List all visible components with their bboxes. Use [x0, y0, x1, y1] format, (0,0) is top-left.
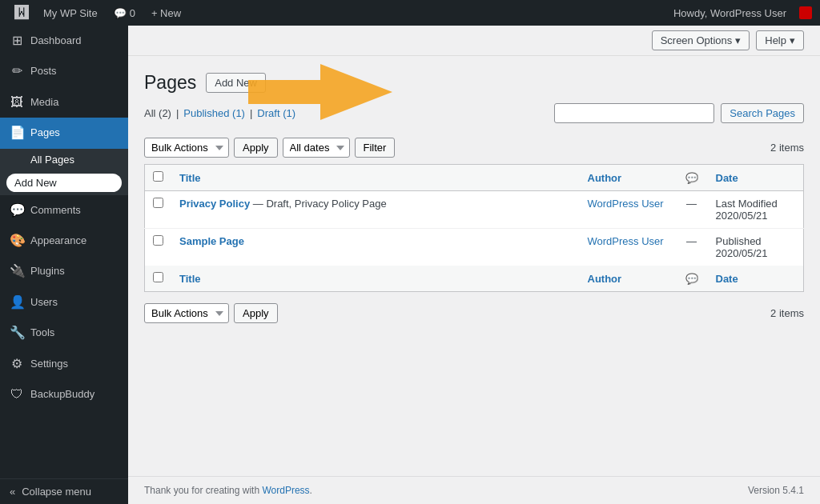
- main-content: Screen Options ▾ Help ▾ Pages Add New: [128, 26, 820, 504]
- date-filter-select[interactable]: All dates: [283, 138, 350, 158]
- sidebar-item-users[interactable]: 👤 Users: [0, 287, 128, 318]
- table-footer-author: Author: [580, 266, 676, 292]
- sidebar-item-settings[interactable]: ⚙ Settings: [0, 349, 128, 379]
- page-title-link-0[interactable]: Privacy Policy: [179, 198, 250, 210]
- table-footer-title[interactable]: Title: [171, 266, 580, 292]
- footer-text: Thank you for creating with WordPress.: [144, 485, 312, 496]
- wp-logo-icon[interactable]: 🆆: [8, 5, 35, 22]
- sidebar-item-posts[interactable]: ✏ Posts: [0, 56, 128, 86]
- posts-icon: ✏: [10, 62, 24, 80]
- bulk-actions-select-top[interactable]: Bulk Actions: [144, 138, 229, 158]
- items-count-bottom: 2 items: [770, 307, 804, 319]
- date-label-1: Published: [716, 235, 762, 247]
- collapse-menu-button[interactable]: « Collapse menu: [0, 478, 128, 504]
- adminbar-right: Howdy, WordPress User: [664, 6, 812, 19]
- sidebar-item-backupbuddy[interactable]: 🛡 BackupBuddy: [0, 379, 128, 410]
- collapse-icon: «: [10, 486, 15, 498]
- table-header-checkbox: [145, 165, 172, 191]
- bottom-toolbar: Bulk Actions Apply 2 items: [144, 295, 804, 331]
- table-cell-title-1: Sample Page: [171, 229, 580, 266]
- help-button[interactable]: Help ▾: [756, 30, 804, 50]
- filter-tab-published[interactable]: Published (1): [183, 107, 245, 119]
- bulk-actions-select-bottom[interactable]: Bulk Actions: [144, 303, 229, 323]
- sidebar-item-pages[interactable]: 📄 Pages: [0, 118, 128, 148]
- table-cell-comments-1: —: [676, 229, 708, 266]
- search-input[interactable]: [554, 103, 714, 123]
- top-toolbar: Bulk Actions Apply All dates Filter 2 it…: [144, 138, 804, 158]
- table-footer-comments: 💬: [676, 266, 708, 292]
- screen-options-button[interactable]: Screen Options ▾: [652, 30, 750, 50]
- screen-options-arrow-icon: ▾: [735, 34, 741, 46]
- apply-button-top[interactable]: Apply: [234, 138, 278, 158]
- footer: Thank you for creating with WordPress. V…: [128, 476, 820, 504]
- row-checkbox-0[interactable]: [153, 198, 163, 208]
- table-cell-comments-0: —: [676, 191, 708, 229]
- table-cell-author-1: WordPress User: [580, 229, 676, 266]
- help-arrow-icon: ▾: [790, 34, 795, 46]
- adminbar-comments[interactable]: 💬 0: [106, 0, 143, 26]
- comments-footer-icon: 💬: [685, 273, 698, 285]
- page-title-link-1[interactable]: Sample Page: [179, 235, 244, 247]
- avatar: [799, 6, 812, 19]
- pages-table: Title Author 💬 Date Privacy Policy — Dra…: [144, 164, 804, 292]
- content-area: Pages Add New All (2) | Published (1) | …: [128, 56, 820, 476]
- adminbar-site-name[interactable]: My WP Site: [35, 0, 106, 26]
- dashboard-icon: ⊞: [10, 32, 24, 50]
- submenu-add-new[interactable]: Add New: [6, 174, 122, 192]
- page-header: Pages Add New: [144, 72, 804, 94]
- table-header-date[interactable]: Date: [708, 165, 804, 191]
- filter-tabs: All (2) | Published (1) | Draft (1): [144, 107, 295, 119]
- footer-wp-link[interactable]: WordPress: [262, 485, 309, 496]
- select-all-checkbox-bottom[interactable]: [153, 272, 163, 282]
- date-label-0: Last Modified: [716, 198, 778, 210]
- comments-icon: 💬: [10, 202, 24, 219]
- table-header-title[interactable]: Title: [171, 165, 580, 191]
- tools-icon: 🔧: [10, 324, 24, 342]
- table-cell-author-0: WordPress User: [580, 191, 676, 229]
- comments-header-icon: 💬: [685, 172, 698, 184]
- page-subtitle-0: — Draft, Privacy Policy Page: [253, 198, 387, 210]
- bottom-toolbar-left: Bulk Actions Apply: [144, 303, 278, 323]
- screen-options-bar: Screen Options ▾ Help ▾: [128, 26, 820, 56]
- author-link-0[interactable]: WordPress User: [588, 198, 664, 210]
- top-toolbar-left: Bulk Actions Apply All dates Filter: [144, 138, 395, 158]
- search-bar: Search Pages: [554, 103, 804, 123]
- table-cell-date-0: Last Modified 2020/05/21: [708, 191, 804, 229]
- sidebar-item-tools[interactable]: 🔧 Tools: [0, 318, 128, 348]
- sidebar-item-media[interactable]: 🖼 Media: [0, 87, 128, 118]
- filter-tab-draft[interactable]: Draft (1): [257, 107, 295, 119]
- sidebar-item-plugins[interactable]: 🔌 Plugins: [0, 256, 128, 286]
- row-checkbox-1[interactable]: [153, 235, 163, 246]
- sidebar-item-appearance[interactable]: 🎨 Appearance: [0, 226, 128, 256]
- submenu-all-pages[interactable]: All Pages: [0, 149, 128, 170]
- admin-bar: 🆆 My WP Site 💬 0 + New Howdy, WordPress …: [0, 0, 820, 26]
- media-icon: 🖼: [10, 94, 24, 111]
- table-cell-date-1: Published 2020/05/21: [708, 229, 804, 266]
- appearance-icon: 🎨: [10, 232, 24, 250]
- pages-icon: 📄: [10, 124, 24, 142]
- adminbar-howdy: Howdy, WordPress User: [664, 7, 796, 19]
- filter-tab-all[interactable]: All (2): [144, 107, 171, 119]
- sidebar: ⊞ Dashboard ✏ Posts 🖼 Media 📄 Pages All …: [0, 26, 128, 504]
- add-new-button[interactable]: Add New: [206, 73, 266, 93]
- sidebar-item-dashboard[interactable]: ⊞ Dashboard: [0, 26, 128, 56]
- table-footer-date[interactable]: Date: [708, 266, 804, 292]
- table-row: Sample Page WordPress User — Published 2…: [145, 229, 804, 266]
- items-count-top: 2 items: [770, 142, 804, 154]
- search-pages-button[interactable]: Search Pages: [721, 103, 804, 123]
- date-value-1: 2020/05/21: [716, 247, 768, 259]
- table-header-comments: 💬: [676, 165, 708, 191]
- comment-count-0: —: [686, 198, 697, 210]
- filter-button[interactable]: Filter: [355, 138, 396, 158]
- pages-submenu: All Pages Add New: [0, 149, 128, 195]
- select-all-checkbox-top[interactable]: [153, 171, 163, 182]
- author-link-1[interactable]: WordPress User: [588, 235, 664, 247]
- table-header-author: Author: [580, 165, 676, 191]
- plugins-icon: 🔌: [10, 262, 24, 280]
- page-title: Pages: [144, 72, 196, 94]
- table-row: Privacy Policy — Draft, Privacy Policy P…: [145, 191, 804, 229]
- adminbar-new[interactable]: + New: [143, 0, 189, 26]
- table-footer-checkbox: [145, 266, 172, 292]
- apply-button-bottom[interactable]: Apply: [234, 303, 278, 323]
- sidebar-item-comments[interactable]: 💬 Comments: [0, 195, 128, 226]
